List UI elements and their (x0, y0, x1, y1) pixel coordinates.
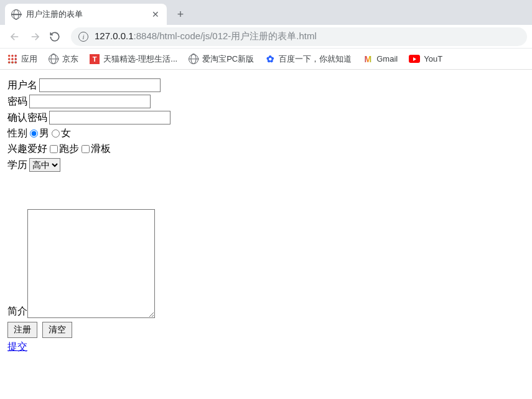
password-label: 密码 (7, 95, 27, 108)
intro-label: 简介 (7, 305, 27, 318)
tab-title: 用户注册的表单 (26, 9, 151, 20)
confirm-password-input[interactable] (49, 111, 170, 124)
close-tab-icon[interactable]: ✕ (151, 9, 161, 19)
row-password: 密码 (7, 95, 525, 108)
globe-icon (49, 54, 58, 64)
username-label: 用户名 (7, 79, 37, 92)
hobby-skate-checkbox[interactable] (82, 145, 90, 153)
bookmark-label: 京东 (62, 54, 78, 65)
url-text: 127.0.0.1:8848/html-code/js/012-用户注册的表单.… (95, 31, 317, 42)
browser-tab-bar: 用户注册的表单 ✕ + (0, 0, 532, 25)
bookmark-label: 百度一下，你就知道 (279, 54, 352, 65)
bookmark-label: 爱淘宝PC新版 (202, 54, 254, 65)
hobby-skate-text: 滑板 (91, 143, 111, 156)
gender-male-radio[interactable] (30, 129, 38, 138)
gender-female-text: 女 (61, 127, 71, 140)
bookmark-jd[interactable]: 京东 (49, 54, 78, 65)
bookmark-baidu[interactable]: ✿ 百度一下，你就知道 (265, 54, 352, 65)
browser-toolbar: i 127.0.0.1:8848/html-code/js/012-用户注册的表… (0, 25, 532, 49)
bookmark-label: YouT (424, 54, 442, 63)
address-bar[interactable]: i 127.0.0.1:8848/html-code/js/012-用户注册的表… (71, 27, 527, 46)
new-tab-button[interactable]: + (172, 6, 189, 23)
site-info-icon[interactable]: i (78, 32, 88, 42)
gender-label: 性别 (7, 127, 27, 140)
bookmark-apps[interactable]: 应用 (7, 54, 37, 65)
bookmark-youtube[interactable]: YouT (409, 54, 442, 63)
gender-female-radio[interactable] (52, 129, 60, 138)
row-hobby: 兴趣爱好 跑步 滑板 (7, 143, 525, 156)
bookmark-tmall[interactable]: T 天猫精选-理想生活... (90, 54, 177, 65)
register-button[interactable]: 注册 (7, 322, 37, 338)
gender-male-text: 男 (39, 127, 49, 140)
row-username: 用户名 (7, 78, 525, 92)
bookmark-label: 天猫精选-理想生活... (103, 54, 177, 65)
browser-tab-active[interactable]: 用户注册的表单 ✕ (5, 4, 167, 25)
hobby-run-text: 跑步 (59, 143, 79, 156)
username-input[interactable] (39, 78, 161, 92)
bookmark-label: Gmail (376, 54, 398, 63)
bookmark-gmail[interactable]: M Gmail (363, 54, 398, 64)
bookmarks-bar: 应用 京东 T 天猫精选-理想生活... 爱淘宝PC新版 ✿ 百度一下，你就知道… (0, 49, 532, 70)
gmail-icon: M (363, 54, 373, 64)
submit-link[interactable]: 提交 (7, 340, 27, 354)
page-content: 用户名 密码 确认密码 性别 男 女 兴趣爱好 跑步 滑板 学历 高中 简介 注… (0, 70, 532, 362)
row-gender: 性别 男 女 (7, 127, 525, 140)
reload-button[interactable] (45, 27, 65, 47)
reset-button[interactable]: 清空 (42, 322, 72, 338)
row-confirm: 确认密码 (7, 111, 525, 124)
hobby-label: 兴趣爱好 (7, 143, 47, 156)
row-education: 学历 高中 (7, 158, 525, 172)
password-input[interactable] (29, 95, 151, 108)
row-buttons: 注册 清空 (7, 322, 525, 338)
row-intro: 简介 (7, 209, 525, 318)
forward-button[interactable] (25, 27, 45, 47)
tmall-icon: T (90, 54, 100, 64)
baidu-paw-icon: ✿ (265, 54, 275, 64)
intro-textarea[interactable] (27, 209, 155, 318)
education-label: 学历 (7, 159, 27, 172)
apps-grid-icon (7, 54, 17, 64)
globe-icon (189, 54, 198, 64)
youtube-icon (409, 55, 420, 63)
globe-icon (11, 9, 21, 19)
bookmark-aitaobao[interactable]: 爱淘宝PC新版 (189, 54, 254, 65)
hobby-run-checkbox[interactable] (50, 145, 58, 153)
bookmark-label: 应用 (21, 54, 37, 65)
education-select[interactable]: 高中 (29, 158, 60, 172)
confirm-label: 确认密码 (7, 111, 47, 124)
back-button[interactable] (5, 27, 25, 47)
